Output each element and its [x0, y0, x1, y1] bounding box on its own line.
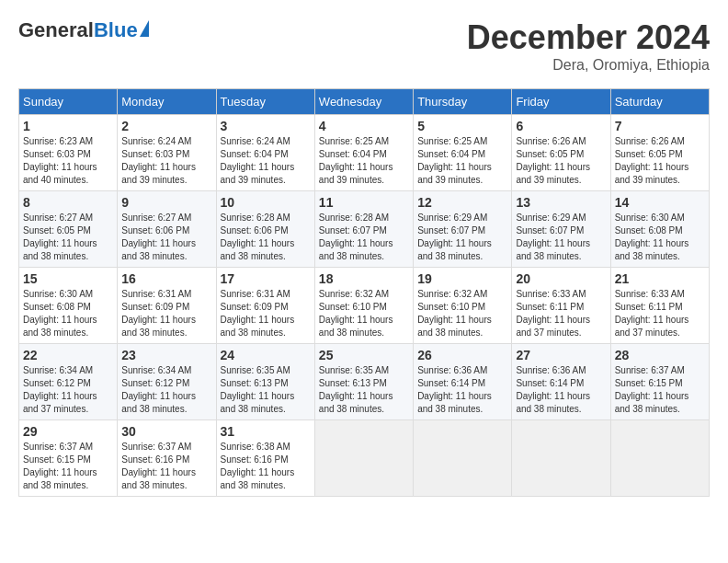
- day-number: 22: [23, 348, 113, 362]
- day-number: 7: [615, 119, 705, 133]
- day-info: Sunrise: 6:33 AM Sunset: 6:11 PM Dayligh…: [516, 288, 606, 339]
- day-info: Sunrise: 6:32 AM Sunset: 6:10 PM Dayligh…: [319, 288, 409, 339]
- day-number: 24: [221, 348, 311, 362]
- day-number: 14: [615, 195, 705, 210]
- calendar-cell: 2Sunrise: 6:24 AM Sunset: 6:03 PM Daylig…: [118, 115, 216, 191]
- calendar-week-row-5: 29Sunrise: 6:37 AM Sunset: 6:15 PM Dayli…: [19, 420, 710, 497]
- calendar-table: SundayMondayTuesdayWednesdayThursdayFrid…: [18, 88, 710, 497]
- calendar-cell: [512, 420, 610, 497]
- day-info: Sunrise: 6:36 AM Sunset: 6:14 PM Dayligh…: [417, 364, 507, 416]
- calendar-cell: 22Sunrise: 6:34 AM Sunset: 6:12 PM Dayli…: [19, 344, 118, 420]
- day-number: 25: [319, 348, 409, 362]
- calendar-cell: 13Sunrise: 6:29 AM Sunset: 6:07 PM Dayli…: [512, 191, 610, 268]
- day-number: 3: [221, 119, 311, 133]
- day-info: Sunrise: 6:24 AM Sunset: 6:03 PM Dayligh…: [121, 135, 211, 187]
- calendar-header-tuesday: Tuesday: [216, 89, 314, 115]
- logo-general-text: General: [18, 18, 94, 42]
- day-info: Sunrise: 6:33 AM Sunset: 6:11 PM Dayligh…: [615, 288, 705, 339]
- day-info: Sunrise: 6:30 AM Sunset: 6:08 PM Dayligh…: [23, 288, 113, 339]
- calendar-header-row: SundayMondayTuesdayWednesdayThursdayFrid…: [19, 89, 710, 115]
- calendar-cell: 6Sunrise: 6:26 AM Sunset: 6:05 PM Daylig…: [512, 115, 610, 191]
- logo-blue-text: Blue: [94, 18, 138, 42]
- calendar-cell: 14Sunrise: 6:30 AM Sunset: 6:08 PM Dayli…: [610, 191, 709, 268]
- calendar-cell: 24Sunrise: 6:35 AM Sunset: 6:13 PM Dayli…: [216, 344, 314, 420]
- day-info: Sunrise: 6:37 AM Sunset: 6:16 PM Dayligh…: [121, 441, 211, 492]
- calendar-week-row-2: 8Sunrise: 6:27 AM Sunset: 6:05 PM Daylig…: [19, 191, 710, 268]
- calendar-cell: 31Sunrise: 6:38 AM Sunset: 6:16 PM Dayli…: [216, 420, 314, 497]
- calendar-cell: 4Sunrise: 6:25 AM Sunset: 6:04 PM Daylig…: [314, 115, 413, 191]
- day-number: 28: [615, 348, 705, 362]
- calendar-cell: 27Sunrise: 6:36 AM Sunset: 6:14 PM Dayli…: [512, 344, 610, 420]
- day-info: Sunrise: 6:35 AM Sunset: 6:13 PM Dayligh…: [319, 364, 409, 416]
- day-number: 18: [319, 271, 409, 286]
- day-info: Sunrise: 6:37 AM Sunset: 6:15 PM Dayligh…: [23, 441, 113, 492]
- day-number: 26: [417, 348, 507, 362]
- day-number: 29: [23, 424, 113, 439]
- calendar-cell: 1Sunrise: 6:23 AM Sunset: 6:03 PM Daylig…: [19, 115, 118, 191]
- calendar-cell: 10Sunrise: 6:28 AM Sunset: 6:06 PM Dayli…: [216, 191, 314, 268]
- calendar-cell: 17Sunrise: 6:31 AM Sunset: 6:09 PM Dayli…: [216, 268, 314, 344]
- day-number: 27: [516, 348, 606, 362]
- day-number: 19: [417, 271, 507, 286]
- day-info: Sunrise: 6:27 AM Sunset: 6:05 PM Dayligh…: [23, 212, 113, 263]
- calendar-week-row-1: 1Sunrise: 6:23 AM Sunset: 6:03 PM Daylig…: [19, 115, 710, 191]
- day-info: Sunrise: 6:29 AM Sunset: 6:07 PM Dayligh…: [516, 212, 606, 263]
- day-info: Sunrise: 6:34 AM Sunset: 6:12 PM Dayligh…: [121, 364, 211, 416]
- calendar-header-monday: Monday: [118, 89, 216, 115]
- calendar-cell: 29Sunrise: 6:37 AM Sunset: 6:15 PM Dayli…: [19, 420, 118, 497]
- page-header: General Blue December 2024 Dera, Oromiya…: [18, 18, 710, 74]
- day-info: Sunrise: 6:28 AM Sunset: 6:07 PM Dayligh…: [319, 212, 409, 263]
- calendar-cell: 9Sunrise: 6:27 AM Sunset: 6:06 PM Daylig…: [118, 191, 216, 268]
- day-info: Sunrise: 6:34 AM Sunset: 6:12 PM Dayligh…: [23, 364, 113, 416]
- day-info: Sunrise: 6:27 AM Sunset: 6:06 PM Dayligh…: [121, 212, 211, 263]
- calendar-cell: 7Sunrise: 6:26 AM Sunset: 6:05 PM Daylig…: [610, 115, 709, 191]
- day-number: 15: [23, 271, 113, 286]
- day-info: Sunrise: 6:25 AM Sunset: 6:04 PM Dayligh…: [417, 135, 507, 187]
- calendar-cell: 16Sunrise: 6:31 AM Sunset: 6:09 PM Dayli…: [118, 268, 216, 344]
- day-number: 1: [23, 119, 113, 133]
- day-number: 10: [221, 195, 311, 210]
- logo: General Blue: [18, 18, 149, 42]
- calendar-cell: 8Sunrise: 6:27 AM Sunset: 6:05 PM Daylig…: [19, 191, 118, 268]
- calendar-header-friday: Friday: [512, 89, 610, 115]
- day-number: 31: [221, 424, 311, 439]
- day-number: 13: [516, 195, 606, 210]
- day-number: 17: [221, 271, 311, 286]
- day-number: 16: [121, 271, 211, 286]
- calendar-week-row-3: 15Sunrise: 6:30 AM Sunset: 6:08 PM Dayli…: [19, 268, 710, 344]
- day-info: Sunrise: 6:31 AM Sunset: 6:09 PM Dayligh…: [121, 288, 211, 339]
- day-number: 2: [121, 119, 211, 133]
- calendar-cell: 20Sunrise: 6:33 AM Sunset: 6:11 PM Dayli…: [512, 268, 610, 344]
- calendar-cell: 28Sunrise: 6:37 AM Sunset: 6:15 PM Dayli…: [610, 344, 709, 420]
- day-info: Sunrise: 6:38 AM Sunset: 6:16 PM Dayligh…: [221, 441, 311, 492]
- day-number: 5: [417, 119, 507, 133]
- day-number: 8: [23, 195, 113, 210]
- calendar-cell: 11Sunrise: 6:28 AM Sunset: 6:07 PM Dayli…: [314, 191, 413, 268]
- calendar-header-thursday: Thursday: [414, 89, 512, 115]
- day-info: Sunrise: 6:36 AM Sunset: 6:14 PM Dayligh…: [516, 364, 606, 416]
- day-info: Sunrise: 6:30 AM Sunset: 6:08 PM Dayligh…: [615, 212, 705, 263]
- day-number: 23: [121, 348, 211, 362]
- day-info: Sunrise: 6:37 AM Sunset: 6:15 PM Dayligh…: [615, 364, 705, 416]
- day-info: Sunrise: 6:24 AM Sunset: 6:04 PM Dayligh…: [221, 135, 311, 187]
- calendar-cell: 5Sunrise: 6:25 AM Sunset: 6:04 PM Daylig…: [414, 115, 512, 191]
- day-number: 11: [319, 195, 409, 210]
- calendar-header-sunday: Sunday: [19, 89, 118, 115]
- calendar-cell: 15Sunrise: 6:30 AM Sunset: 6:08 PM Dayli…: [19, 268, 118, 344]
- day-number: 12: [417, 195, 507, 210]
- calendar-cell: 18Sunrise: 6:32 AM Sunset: 6:10 PM Dayli…: [314, 268, 413, 344]
- calendar-header-wednesday: Wednesday: [314, 89, 413, 115]
- day-info: Sunrise: 6:31 AM Sunset: 6:09 PM Dayligh…: [221, 288, 311, 339]
- calendar-cell: [414, 420, 512, 497]
- calendar-cell: 19Sunrise: 6:32 AM Sunset: 6:10 PM Dayli…: [414, 268, 512, 344]
- month-title: December 2024: [467, 18, 710, 57]
- calendar-cell: 21Sunrise: 6:33 AM Sunset: 6:11 PM Dayli…: [610, 268, 709, 344]
- location-subtitle: Dera, Oromiya, Ethiopia: [467, 57, 710, 74]
- day-info: Sunrise: 6:23 AM Sunset: 6:03 PM Dayligh…: [23, 135, 113, 187]
- day-info: Sunrise: 6:28 AM Sunset: 6:06 PM Dayligh…: [221, 212, 311, 263]
- calendar-cell: [314, 420, 413, 497]
- day-info: Sunrise: 6:35 AM Sunset: 6:13 PM Dayligh…: [221, 364, 311, 416]
- day-info: Sunrise: 6:29 AM Sunset: 6:07 PM Dayligh…: [417, 212, 507, 263]
- calendar-cell: [610, 420, 709, 497]
- calendar-header-saturday: Saturday: [610, 89, 709, 115]
